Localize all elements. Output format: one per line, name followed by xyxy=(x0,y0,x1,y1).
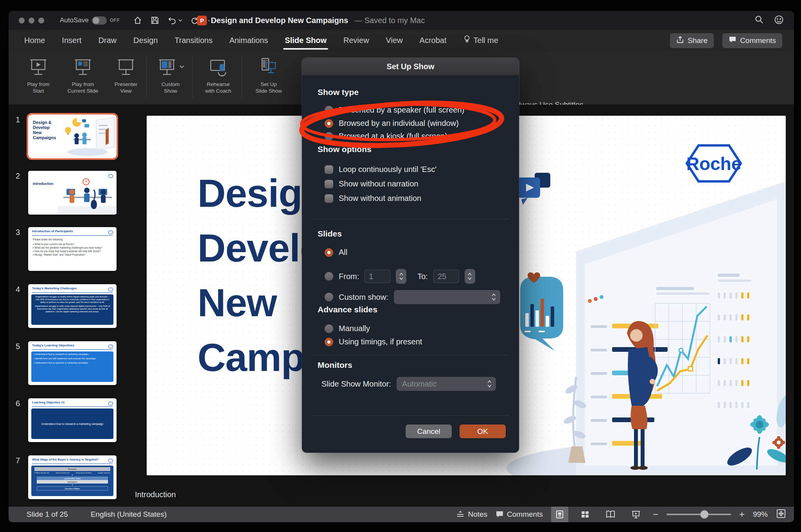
thumbnail-slide-1[interactable]: Design & Develop New Campaigns xyxy=(28,115,117,158)
tab-animations[interactable]: Animations xyxy=(229,30,268,51)
radio-selected-icon xyxy=(325,248,333,257)
to-stepper[interactable] xyxy=(465,269,475,284)
reading-view-icon xyxy=(605,510,616,519)
language-indicator[interactable]: English (United States) xyxy=(91,510,167,519)
comment-bubble-icon xyxy=(496,511,504,519)
zoom-in-button[interactable]: + xyxy=(739,509,745,520)
slides-range-row: From: 1 To: 25 xyxy=(325,269,475,284)
ok-button[interactable]: OK xyxy=(460,425,506,438)
tab-acrobat[interactable]: Acrobat xyxy=(420,30,447,51)
comments-button[interactable]: Comments xyxy=(722,33,782,48)
radio-presented-by-speaker[interactable]: Presented by a speaker (full screen) xyxy=(325,106,464,115)
cancel-button[interactable]: Cancel xyxy=(406,425,452,438)
thumb-title: Learning Objective #1 xyxy=(32,401,65,404)
radio-browsed-at-kiosk[interactable]: Browsed at a kiosk (full screen) xyxy=(325,132,447,141)
tab-transitions[interactable]: Transitions xyxy=(174,30,212,51)
zoom-out-button[interactable]: − xyxy=(653,509,658,520)
close-window-button[interactable] xyxy=(19,18,25,23)
undo-icon[interactable] xyxy=(167,16,182,25)
autosave-toggle[interactable] xyxy=(92,16,107,25)
tab-design[interactable]: Design xyxy=(133,30,158,51)
checkbox-loop-continuously[interactable]: Loop continuously until 'Esc' xyxy=(325,165,436,174)
custom-show-button[interactable]: CustomShow xyxy=(151,54,190,94)
thumbnail-slide-5[interactable]: Today's Learning Objectives • Understand… xyxy=(28,341,117,385)
status-bar: Slide 1 of 25 English (United States) No… xyxy=(9,506,794,522)
fit-slide-button[interactable] xyxy=(776,509,786,521)
notes-icon xyxy=(456,510,465,519)
set-up-show-dialog: Set Up Show Show type Presented by a spe… xyxy=(302,58,519,453)
autosave-label: AutoSave xyxy=(60,16,89,24)
search-icon[interactable] xyxy=(754,15,764,26)
monitor-dropdown[interactable]: Automatic xyxy=(397,377,496,391)
zoom-slider[interactable] xyxy=(666,514,731,515)
radio-browsed-by-individual[interactable]: Browsed by an individual (window) xyxy=(325,119,459,128)
save-icon[interactable] xyxy=(150,16,160,25)
tab-review[interactable]: Review xyxy=(343,30,369,51)
dialog-title-bar[interactable]: Set Up Show xyxy=(302,58,519,76)
slide-sorter-view-button[interactable] xyxy=(577,507,594,523)
radio-using-timings[interactable]: Using timings, if present xyxy=(325,337,422,346)
radio-all-slides[interactable]: All xyxy=(325,248,347,257)
rehearse-with-coach-button[interactable]: Rehearsewith Coach xyxy=(196,54,240,94)
thumbnail-slide-3[interactable]: Introduction of Participants Please shar… xyxy=(28,227,117,271)
thumbnail-slide-6[interactable]: Learning Objective #1 Understand how to … xyxy=(28,398,117,442)
zoom-window-button[interactable] xyxy=(38,18,44,23)
tab-draw[interactable]: Draw xyxy=(98,30,117,51)
slide-counter: Slide 1 of 25 xyxy=(27,510,68,519)
tab-tell-me[interactable]: Tell me xyxy=(463,30,498,51)
stepper-arrows-icon xyxy=(467,272,472,281)
normal-view-button[interactable] xyxy=(551,507,568,523)
thumbnail-slide-2[interactable]: Introduction xyxy=(28,171,117,215)
tab-slide-show[interactable]: Slide Show xyxy=(285,30,327,51)
from-slide-input[interactable]: 1 xyxy=(365,270,390,283)
radio-from-to[interactable] xyxy=(325,272,333,281)
advance-slides-heading: Advance slides xyxy=(318,305,377,314)
radio-manually[interactable]: Manually xyxy=(325,324,370,333)
checkbox-icon xyxy=(325,180,333,188)
custom-show-row: Custom show: xyxy=(325,290,500,304)
reading-view-button[interactable] xyxy=(602,507,619,523)
zoom-slider-thumb[interactable] xyxy=(700,510,709,519)
fit-to-window-icon xyxy=(776,509,786,519)
checkbox-icon xyxy=(325,194,333,203)
set-up-slide-show-button[interactable]: Set UpSlide Show xyxy=(244,54,293,94)
tab-insert[interactable]: Insert xyxy=(62,30,81,51)
from-stepper[interactable] xyxy=(396,269,406,284)
notes-toggle[interactable]: Notes xyxy=(456,510,487,519)
comments-label: Comments xyxy=(740,36,776,45)
rehearse-coach-icon xyxy=(208,54,228,79)
dialog-title: Set Up Show xyxy=(386,62,434,71)
comments-toggle[interactable]: Comments xyxy=(496,510,543,519)
home-icon[interactable] xyxy=(133,16,142,25)
radio-custom-show[interactable] xyxy=(325,293,333,301)
thumb2-illustration xyxy=(58,176,117,215)
to-slide-input[interactable]: 25 xyxy=(433,270,459,283)
thumbnail-slide-4[interactable]: Today's Marketing Challenges Organizatio… xyxy=(28,284,117,328)
custom-show-icon xyxy=(157,54,184,79)
tab-home[interactable]: Home xyxy=(24,30,45,51)
tab-label: Design xyxy=(133,36,158,45)
thumb1-illustration xyxy=(62,115,117,158)
checkbox-show-without-animation[interactable]: Show without animation xyxy=(325,194,421,203)
tab-label: Transitions xyxy=(174,36,212,45)
checkbox-show-without-narration[interactable]: Show without narration xyxy=(325,179,418,188)
notes-pane[interactable]: Introduction xyxy=(135,490,176,499)
presenter-view-button[interactable]: PresenterView xyxy=(107,54,145,94)
minimize-window-button[interactable] xyxy=(29,18,34,23)
normal-view-icon xyxy=(555,510,564,519)
ribbon-tab-bar: Home Insert Draw Design Transitions Anim… xyxy=(9,30,794,51)
share-label: Share xyxy=(688,36,708,45)
zoom-percent[interactable]: 99% xyxy=(753,510,768,519)
thumbnail-slide-7[interactable]: What Stage of the Buyer's Journey is Tar… xyxy=(28,455,117,499)
share-button[interactable]: Share xyxy=(670,33,714,48)
tab-view[interactable]: View xyxy=(386,30,403,51)
tab-label: Draw xyxy=(98,36,117,45)
play-from-start-button[interactable]: Play fromStart xyxy=(18,54,59,94)
custom-show-dropdown[interactable] xyxy=(394,290,500,304)
from-label: From: xyxy=(339,272,359,281)
monitors-heading: Monitors xyxy=(318,360,352,370)
radio-selected-icon xyxy=(325,119,333,128)
feedback-smiley-icon[interactable] xyxy=(774,15,784,26)
play-from-current-slide-button[interactable]: Play fromCurrent Slide xyxy=(61,54,105,94)
slideshow-view-button[interactable] xyxy=(627,507,645,523)
